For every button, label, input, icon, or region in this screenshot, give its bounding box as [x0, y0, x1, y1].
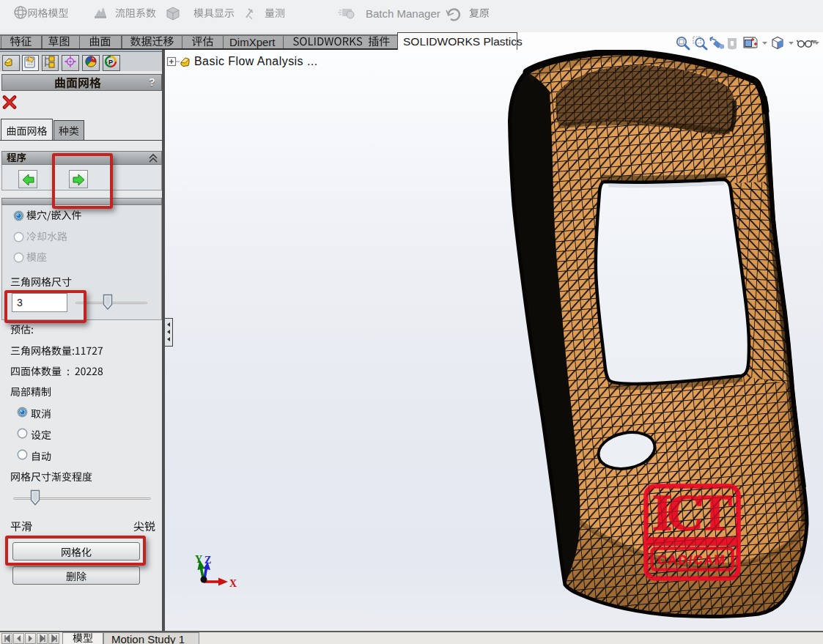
svg-text:Z: Z	[204, 555, 211, 566]
svg-text:Y: Y	[195, 554, 202, 565]
svg-text:X: X	[229, 578, 237, 589]
svg-text:P: P	[108, 59, 113, 66]
svg-text:+: +	[101, 6, 105, 12]
